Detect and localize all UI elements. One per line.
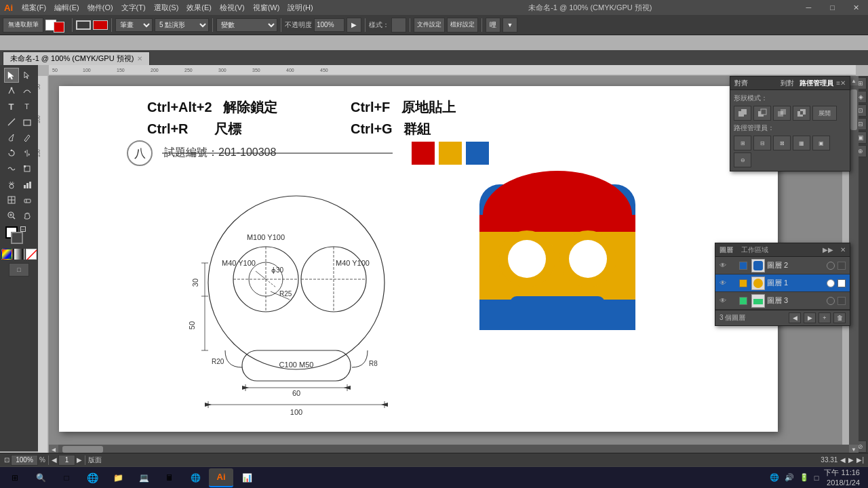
layer-1-lock[interactable] [728,279,737,288]
taskbar-calc[interactable]: 🖩 [157,468,182,487]
curvature-tool[interactable] [20,83,35,98]
layer-3-eye[interactable]: 👁 [718,296,728,306]
scroll-h-thumb[interactable] [62,446,103,453]
taskbar-explorer[interactable]: 📁 [106,468,130,487]
prev-frame-btn[interactable]: ◀ [840,456,846,464]
layer-1-target[interactable] [827,279,835,287]
menu-object[interactable]: 物件(O) [84,3,117,13]
line-tool[interactable] [4,115,19,129]
delete-layer-btn[interactable]: 🗑 [833,312,846,323]
tray-network[interactable]: 🌐 [770,473,779,482]
text-tool[interactable]: T [4,99,19,114]
merge-btn[interactable]: ⊠ [773,136,791,150]
fill-btn[interactable] [93,20,108,30]
taskbar-illustrator[interactable]: Ai [209,468,233,487]
paintbrush-tool[interactable] [4,130,19,145]
hand-tool[interactable] [20,208,35,223]
minus-back-btn[interactable]: ⊖ [734,152,751,167]
tray-battery[interactable]: 🔋 [800,473,809,482]
doc-settings-btn[interactable]: 文件設定 [414,18,445,33]
scroll-v-thumb[interactable] [850,89,857,130]
dropdown-btn[interactable]: ▼ [502,18,517,33]
layers-workarea-tab[interactable]: 工作區域 [741,245,768,255]
pathfinder-close-btn[interactable]: ✕ [840,79,846,87]
next-frame-btn[interactable]: ▶| [856,456,864,464]
start-button[interactable]: ⊞ [3,468,27,487]
tray-action[interactable]: □ [814,474,819,482]
play-btn[interactable]: ▶ [848,456,854,464]
pencil-tool[interactable] [20,130,35,145]
artboard-input[interactable] [58,455,75,466]
menu-file[interactable]: 檔案(F) [18,3,50,13]
opacity-arrow[interactable]: ▶ [347,18,361,33]
zoom-tool[interactable] [4,208,19,223]
none-btn[interactable] [26,249,37,260]
rotate-tool[interactable] [4,146,19,161]
layer-1-eye[interactable]: 👁 [718,279,728,288]
crop-btn[interactable]: ▦ [793,136,810,150]
layers-tab-label[interactable]: 圖層 [719,245,733,255]
layer-3-lock[interactable] [728,296,737,306]
taskbar-edge[interactable]: 🌐 [80,468,104,487]
gradient-btn[interactable] [14,249,24,260]
taskbar-chrome[interactable]: 🌐 [183,468,208,487]
menu-text[interactable]: 文字(T) [118,3,149,13]
layer-options-btn[interactable]: ◀ [789,312,801,323]
taskbar-excel[interactable]: 📊 [235,468,259,487]
free-transform-tool[interactable] [20,161,35,176]
new-layer-btn[interactable]: + [818,312,831,323]
board-settings-btn[interactable]: 檔好設定 [447,18,478,33]
layer-2-eye[interactable]: 👁 [718,261,728,270]
menu-help[interactable]: 說明(H) [284,3,316,13]
make-layer-btn[interactable]: ▶ [804,312,816,323]
reflect-tool[interactable] [20,146,35,161]
mode-btn[interactable]: 哩 [486,18,500,33]
minus-front-btn[interactable] [753,106,771,121]
pen-tool[interactable] [4,83,19,98]
column-graph-tool[interactable] [20,177,35,192]
pathfinder-tab-align[interactable]: 到對 [781,79,794,88]
touch-type-tool[interactable]: T [20,99,35,114]
layer-2-lock[interactable] [728,261,737,270]
taskbar-pc[interactable]: 💻 [132,468,156,487]
layer-row-2[interactable]: 👁 圖層 2 [715,257,850,274]
nav-left-btn[interactable]: ◀ [52,456,57,464]
opacity-input[interactable] [314,18,344,32]
menu-view[interactable]: 檢視(V) [216,3,248,13]
document-canvas[interactable]: Ctrl+Alt+2 解除鎖定 Ctrl+R 尺標 Ctrl+F 原地貼上 Ct… [59,86,778,432]
slice-tool[interactable] [4,192,19,207]
symbol-spray-tool[interactable] [4,177,19,192]
menu-select[interactable]: 選取(S) [151,3,182,13]
intersect-btn[interactable] [773,106,791,121]
warp-tool[interactable] [4,161,19,176]
divide-btn[interactable]: ⊞ [734,136,751,150]
taskbar-search[interactable]: 🔍 [28,468,53,487]
menu-window[interactable]: 視窗(W) [250,3,283,13]
zoom-input[interactable] [11,455,38,466]
style-select[interactable] [391,18,406,33]
layers-close-btn[interactable]: ✕ [840,246,846,253]
screen-mode-btn[interactable]: □ [9,263,29,277]
outline-btn[interactable]: ▣ [812,136,830,150]
stroke-fill-btn[interactable]: 無邊取顏筆 [3,18,43,33]
exclude-btn[interactable] [793,106,810,121]
stroke-btn[interactable] [76,20,91,30]
rect-tool[interactable] [20,115,35,129]
pathfinder-tab-active[interactable]: 路徑管理員 [800,79,833,88]
active-tab[interactable]: 未命名-1 @ 100% (CMYK/GPU 預視) ✕ [3,52,150,65]
layers-panel-menu[interactable]: ▶▶ [823,246,833,253]
scrollbar-vertical[interactable]: ▲ ▼ [849,76,859,454]
points-select[interactable]: 5 點演形 [155,18,209,32]
minimize-button[interactable]: ─ [797,0,821,15]
close-button[interactable]: ✕ [844,0,868,15]
selection-tool[interactable] [4,68,19,83]
taskbar-task-view[interactable]: □ [54,468,79,487]
expand-btn[interactable]: 展開 [812,106,837,121]
eraser-tool[interactable] [20,192,35,207]
tray-sound[interactable]: 🔊 [785,473,794,482]
layer-row-3[interactable]: 👁 圖層 3 [715,292,850,310]
color-btn[interactable] [1,249,12,260]
nav-right-btn[interactable]: ▶ [77,456,82,464]
menu-effect[interactable]: 效果(E) [183,3,215,13]
stroke-weight-select[interactable]: 筆畫 [115,18,153,32]
